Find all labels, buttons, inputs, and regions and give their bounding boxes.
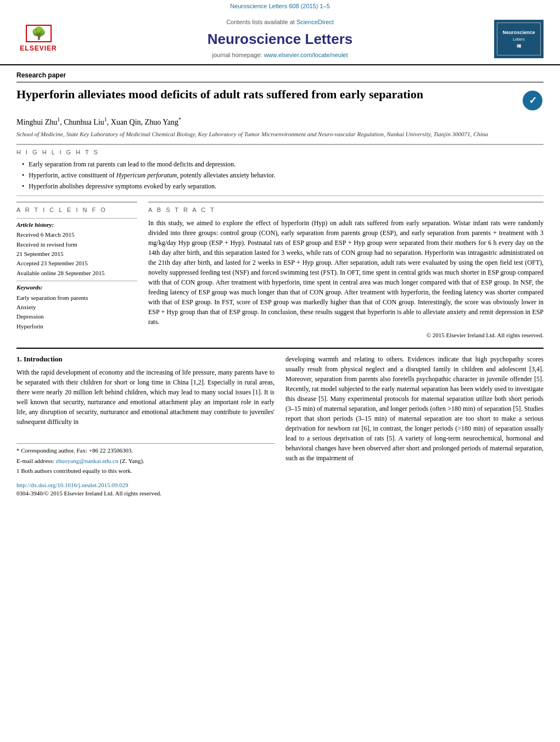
homepage-url[interactable]: www.elsevier.com/locate/neulet: [264, 52, 348, 58]
copyright-text: © 2015 Elsevier Ireland Ltd. All rights …: [148, 331, 544, 339]
elsevier-logo: 🌳 ELSEVIER: [11, 20, 66, 58]
email-address[interactable]: zhuoyang@nankai.edu.cn: [55, 458, 118, 464]
article-info: A R T I C L E I N F O Article history: R…: [16, 202, 137, 331]
right-column: A B S T R A C T In this study, we aimed …: [148, 202, 544, 339]
italic-species: Hypericum perforatum: [116, 171, 177, 179]
body-right-col: developing warmth and relating to others…: [285, 354, 544, 498]
sciencedirect-link[interactable]: ScienceDirect: [296, 19, 334, 25]
body-left-col: 1. Introduction With the rapid developme…: [16, 354, 275, 498]
journal-homepage: journal homepage: www.elsevier.com/locat…: [77, 51, 483, 59]
author4-name: Zhuo Yang: [145, 118, 178, 126]
author2-sup: 1: [104, 116, 107, 122]
highlight-item-2: • Hyperforin, active constituent of Hype…: [22, 170, 544, 180]
citation-bar: Neuroscience Letters 608 (2015) 1–5: [0, 0, 560, 13]
page: Neuroscience Letters 608 (2015) 1–5 🌳 EL…: [0, 0, 560, 742]
footnote-equal-contrib: 1 Both authors contributed equally to th…: [16, 467, 275, 475]
journal-logo-right: Neuroscience Letters 📰: [494, 20, 544, 58]
author2-name: Chunhua Liu: [64, 118, 104, 126]
bottom-divider: [16, 348, 544, 349]
keyword-4: Hyperforin: [16, 322, 137, 331]
body-content: 1. Introduction With the rapid developme…: [16, 354, 544, 498]
author3-name: Xuan Qin: [111, 118, 141, 126]
article-info-label: A R T I C L E I N F O: [16, 206, 137, 214]
svg-text:✓: ✓: [529, 95, 537, 106]
journal-center-info: Contents lists available at ScienceDirec…: [66, 18, 494, 59]
article-info-abstract: A R T I C L E I N F O Article history: R…: [16, 202, 544, 339]
author1-name: Minghui Zhu: [16, 118, 57, 126]
crossmark-icon: ✓: [522, 90, 544, 111]
journal-title: Neuroscience Letters: [77, 29, 483, 49]
author4-marker: *: [178, 116, 181, 122]
footnotes: * Corresponding author. Fax: +86 22 2350…: [16, 443, 275, 475]
author1-sup: 1: [57, 116, 60, 122]
affiliation-text: School of Medicine, State Key Laboratory…: [16, 130, 544, 138]
contents-line: Contents lists available at ScienceDirec…: [77, 18, 483, 26]
doi-url[interactable]: http://dx.doi.org/10.1016/j.neulet.2015.…: [16, 481, 275, 489]
available-date: Available online 28 September 2015: [16, 269, 137, 277]
article-history: Article history: Received 6 March 2015 R…: [16, 218, 137, 277]
highlight-item-1: • Early separation from rat parents can …: [22, 159, 544, 169]
keyword-1: Early separation from parents: [16, 294, 137, 302]
introduction-heading: 1. Introduction: [16, 354, 275, 364]
keywords-label: Keywords:: [16, 283, 137, 292]
keywords-section: Keywords: Early separation from parents …: [16, 281, 137, 331]
article-title: Hyperforin alleviates mood deficits of a…: [16, 87, 522, 103]
accepted-date: Accepted 23 September 2015: [16, 259, 137, 267]
elsevier-label: ELSEVIER: [20, 44, 57, 53]
email-line: E-mail address: zhuoyang@nankai.edu.cn (…: [16, 457, 275, 465]
abstract-section: A B S T R A C T In this study, we aimed …: [148, 202, 544, 339]
highlight-item-3: • Hyperforin abolishes depressive sympto…: [22, 181, 544, 191]
keyword-3: Depression: [16, 313, 137, 321]
received-revised-date: 21 September 2015: [16, 250, 137, 258]
history-label: Article history:: [16, 221, 137, 229]
doi-issn: 0304-3940/© 2015 Elsevier Ireland Ltd. A…: [16, 489, 275, 498]
authors-line: Minghui Zhu1, Chunhua Liu1, Xuan Qin, Zh…: [16, 116, 544, 127]
highlights-section: H I G H L I G H T S • Early separation f…: [16, 144, 544, 196]
journal-header: 🌳 ELSEVIER Contents lists available at S…: [0, 13, 560, 65]
main-content: Research paper Hyperforin alleviates moo…: [0, 65, 560, 509]
highlights-label: H I G H L I G H T S: [16, 148, 544, 157]
abstract-text: In this study, we aimed to explore the e…: [148, 218, 544, 327]
left-column: A R T I C L E I N F O Article history: R…: [16, 202, 137, 339]
keyword-2: Anxiety: [16, 303, 137, 311]
paper-type-label: Research paper: [16, 71, 544, 83]
abstract-label: A B S T R A C T: [148, 206, 544, 214]
corresponding-author: * Corresponding author. Fax: +86 22 2350…: [16, 447, 275, 455]
logo-inner: Neuroscience Letters 📰: [497, 23, 541, 55]
intro-text-left: With the rapid development of economy an…: [16, 367, 275, 427]
intro-text-right: developing warmth and relating to others…: [285, 354, 544, 463]
received-revised-label: Received in revised form: [16, 241, 137, 249]
article-title-section: Hyperforin alleviates mood deficits of a…: [16, 87, 544, 111]
received-date: Received 6 March 2015: [16, 231, 137, 239]
citation-text: Neuroscience Letters 608 (2015) 1–5: [230, 3, 330, 9]
tree-icon: 🌳: [31, 27, 46, 40]
